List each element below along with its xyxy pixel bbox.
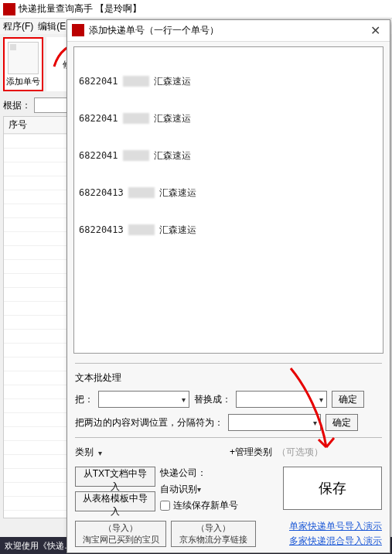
- manage-category-link[interactable]: +管理类别: [230, 446, 272, 459]
- lower-area: 从TXT文档中导入 从表格模板中导入 快递公司： 自动识别▾ 连续保存新单号 保…: [67, 463, 390, 515]
- chevron-down-icon: ▾: [197, 485, 201, 494]
- import-from-template-button[interactable]: 从表格模板中导入: [75, 491, 155, 511]
- divider: [75, 437, 382, 438]
- tracking-line: 68220413汇森速运: [79, 224, 378, 236]
- redacted-text: [123, 150, 149, 161]
- category-combo[interactable]: ▾: [98, 447, 225, 458]
- redacted-text: [128, 187, 155, 198]
- company-value: 自动识别: [160, 484, 197, 494]
- import-hint-bottom: 京东物流分享链接: [178, 534, 249, 545]
- tracking-line: 68220413汇森速运: [79, 186, 378, 199]
- demo-links: 单家快递单号导入演示 多家快递混合导入演示: [289, 520, 382, 548]
- chevron-down-icon: ▾: [98, 449, 102, 457]
- company-label: 快递公司：: [160, 467, 206, 480]
- menu-file[interactable]: 程序(F): [3, 20, 33, 33]
- main-title: 快递批量查询高手 【是玲啊】: [19, 2, 141, 15]
- dialog-title: 添加快递单号（一行一个单号）: [89, 24, 219, 37]
- swap-row: 把两边的内容对调位置，分隔符为： ▾ 确定: [67, 411, 390, 434]
- chevron-down-icon: ▾: [182, 395, 186, 404]
- redacted-text: [123, 76, 149, 87]
- add-tracking-button[interactable]: 添加单号: [3, 37, 43, 91]
- status-text: 欢迎使用《快递…: [5, 540, 73, 552]
- continuous-save-label: 连续保存新单号: [173, 499, 238, 512]
- optional-hint: （可选项）: [277, 446, 323, 459]
- import-taobao-button[interactable]: （导入） 淘宝网已买到的宝贝: [75, 521, 166, 547]
- add-tracking-dialog: 添加快递单号（一行一个单号） ✕ 6822041汇森速运 6822041汇森速运…: [66, 19, 390, 553]
- redacted-text: [123, 113, 149, 124]
- bottom-row: （导入） 淘宝网已买到的宝贝 （导入） 京东物流分享链接 单家快递单号导入演示 …: [67, 515, 390, 552]
- import-hint-top: （导入）: [82, 522, 159, 534]
- put-label: 把：: [75, 393, 94, 406]
- swap-delimiter-combo[interactable]: ▾: [228, 414, 321, 431]
- chevron-down-icon: ▾: [319, 395, 323, 404]
- tracking-line: 6822041汇森速运: [79, 112, 378, 125]
- continuous-save-checkbox[interactable]: [160, 501, 170, 511]
- document-icon: [8, 42, 39, 74]
- redacted-text: [128, 224, 155, 235]
- category-row: 类别 ▾ +管理类别 （可选项）: [67, 441, 390, 463]
- import-from-txt-button[interactable]: 从TXT文档中导入: [75, 467, 155, 487]
- replace-target-combo[interactable]: ▾: [236, 391, 327, 408]
- company-combo[interactable]: 自动识别▾: [160, 483, 253, 496]
- tracking-line: 6822041汇森速运: [79, 149, 378, 162]
- put-source-combo[interactable]: ▾: [98, 391, 189, 408]
- add-tracking-label: 添加单号: [6, 76, 40, 87]
- company-col: 快递公司： 自动识别▾ 连续保存新单号: [160, 467, 278, 512]
- dialog-title-bar: 添加快递单号（一行一个单号） ✕: [67, 20, 390, 42]
- tracking-content: 6822041汇森速运 6822041汇森速运 6822041汇森速运 6822…: [74, 47, 383, 264]
- category-label: 类别: [75, 446, 94, 459]
- batch-section-label: 文本批处理: [75, 371, 382, 385]
- continuous-save-row: 连续保存新单号: [160, 499, 278, 512]
- single-import-demo-link[interactable]: 单家快递单号导入演示: [289, 520, 382, 533]
- multi-import-demo-link[interactable]: 多家快递混合导入演示: [289, 535, 382, 548]
- main-title-bar: 快递批量查询高手 【是玲啊】: [0, 0, 392, 19]
- tracking-line: 6822041汇森速运: [79, 75, 378, 87]
- import-jd-button[interactable]: （导入） 京东物流分享链接: [171, 521, 256, 547]
- import-buttons-col: 从TXT文档中导入 从表格模板中导入: [75, 467, 155, 512]
- swap-label: 把两边的内容对调位置，分隔符为：: [75, 416, 223, 429]
- import-hint-top: （导入）: [178, 522, 249, 534]
- close-icon[interactable]: ✕: [366, 23, 385, 38]
- save-button[interactable]: 保存: [283, 467, 382, 510]
- swap-ok-button[interactable]: 确定: [326, 414, 358, 431]
- divider: [75, 363, 382, 364]
- app-icon: [3, 3, 15, 15]
- replace-label: 替换成：: [194, 393, 231, 406]
- filter-label: 根据：: [3, 99, 31, 112]
- tracking-textarea[interactable]: 6822041汇森速运 6822041汇森速运 6822041汇森速运 6822…: [73, 46, 383, 354]
- menu-edit[interactable]: 编辑(E: [38, 20, 66, 33]
- import-hint-bottom: 淘宝网已买到的宝贝: [82, 534, 159, 545]
- replace-ok-button[interactable]: 确定: [332, 391, 364, 408]
- replace-row: 把： ▾ 替换成： ▾ 确定: [67, 388, 390, 411]
- dialog-app-icon: [72, 24, 84, 36]
- chevron-down-icon: ▾: [313, 419, 317, 427]
